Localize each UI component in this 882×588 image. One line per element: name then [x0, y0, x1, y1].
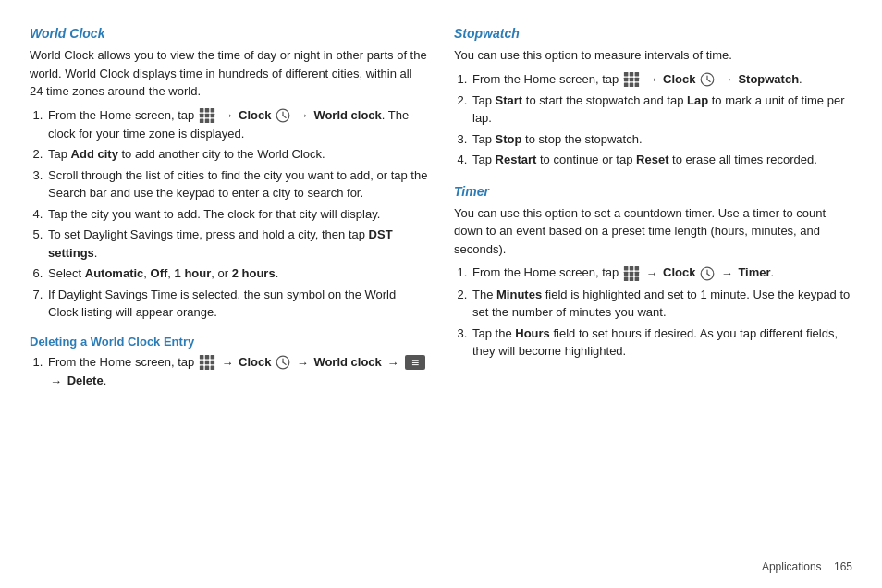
list-item: Tap Restart to continue or tap Reset to …: [471, 151, 852, 169]
svg-rect-17: [210, 361, 214, 365]
grid-icon: [623, 71, 640, 88]
list-item: The Minutes field is highlighted and set…: [471, 286, 852, 322]
list-item: Select Automatic, Off, 1 hour, or 2 hour…: [46, 264, 428, 283]
svg-rect-43: [630, 276, 634, 281]
timer-section: Timer You can use this option to set a c…: [454, 184, 852, 368]
svg-rect-27: [624, 78, 629, 82]
arrow-icon: →: [386, 354, 398, 373]
deleting-steps: From the Home screen, tap: [46, 353, 428, 391]
list-item: From the Home screen, tap: [471, 263, 852, 282]
arrow-icon: →: [50, 373, 62, 391]
arrow-icon: →: [297, 106, 309, 125]
svg-rect-15: [200, 361, 204, 365]
svg-line-35: [707, 80, 710, 81]
svg-rect-4: [205, 114, 210, 118]
arrow-icon: →: [721, 70, 733, 89]
svg-rect-12: [200, 355, 204, 360]
svg-rect-32: [634, 83, 639, 88]
stopwatch-steps: From the Home screen, tap: [471, 70, 852, 169]
svg-rect-36: [624, 266, 629, 271]
grid-icon: [199, 354, 215, 371]
svg-rect-25: [630, 72, 634, 77]
svg-rect-8: [210, 119, 214, 124]
svg-rect-39: [624, 272, 629, 276]
svg-rect-37: [630, 266, 634, 271]
svg-rect-38: [634, 266, 639, 271]
list-item: Tap Stop to stop the stopwatch.: [471, 130, 852, 149]
svg-rect-18: [200, 366, 204, 371]
world-clock-steps: From the Home screen, tap: [46, 106, 428, 322]
svg-rect-30: [624, 83, 629, 88]
list-item: Scroll through the list of cities to fin…: [46, 166, 428, 202]
svg-rect-26: [634, 72, 639, 77]
clock-icon: [700, 72, 715, 87]
deleting-title: Deleting a World Clock Entry: [30, 335, 428, 349]
svg-rect-7: [205, 119, 210, 124]
deleting-section: Deleting a World Clock Entry From the Ho…: [30, 329, 428, 398]
left-column: World Clock World Clock allows you to vi…: [30, 26, 428, 570]
svg-rect-14: [210, 355, 214, 360]
svg-rect-3: [200, 114, 204, 118]
stopwatch-section: Stopwatch You can use this option to mea…: [454, 26, 852, 177]
svg-rect-16: [205, 361, 210, 365]
world-clock-intro: World Clock allows you to view the time …: [30, 46, 428, 101]
svg-rect-44: [634, 276, 639, 281]
page-footer: Applications 165: [762, 560, 852, 573]
list-item: From the Home screen, tap: [46, 106, 428, 143]
svg-rect-24: [624, 72, 629, 77]
svg-rect-29: [634, 78, 639, 82]
timer-intro: You can use this option to set a countdo…: [454, 204, 852, 259]
list-item: If Daylight Savings Time is selected, th…: [46, 286, 428, 322]
grid-icon: [623, 265, 640, 282]
world-clock-title: World Clock: [30, 26, 428, 41]
list-item: Tap the Hours field to set hours if desi…: [471, 325, 852, 361]
arrow-icon: →: [645, 264, 657, 283]
list-item: From the Home screen, tap: [46, 353, 428, 391]
world-clock-section: World Clock World Clock allows you to vi…: [30, 26, 428, 329]
stopwatch-title: Stopwatch: [454, 26, 852, 41]
arrow-icon: →: [221, 106, 233, 125]
svg-rect-6: [200, 119, 204, 124]
page-content: World Clock World Clock allows you to vi…: [0, 0, 882, 588]
svg-rect-28: [630, 78, 634, 82]
list-item: Tap the city you want to add. The clock …: [46, 205, 428, 224]
grid-icon: [199, 107, 215, 124]
svg-rect-40: [630, 272, 634, 276]
footer-page: 165: [834, 560, 852, 573]
list-item: Tap Start to start the stopwatch and tap…: [471, 92, 852, 128]
right-column: Stopwatch You can use this option to mea…: [454, 26, 852, 570]
arrow-icon: →: [721, 264, 733, 283]
svg-line-23: [283, 362, 286, 364]
list-item: To set Daylight Savings time, press and …: [46, 226, 428, 262]
timer-title: Timer: [454, 184, 852, 199]
svg-rect-0: [200, 108, 204, 113]
arrow-icon: →: [297, 354, 309, 373]
svg-line-47: [707, 274, 710, 276]
arrow-icon: →: [645, 70, 657, 89]
clock-icon: [276, 355, 290, 370]
svg-rect-42: [624, 276, 629, 281]
footer-label: Applications: [762, 560, 822, 573]
arrow-icon: →: [221, 354, 233, 373]
svg-rect-13: [205, 355, 210, 360]
clock-icon: [276, 108, 290, 123]
svg-rect-20: [210, 366, 214, 371]
stopwatch-intro: You can use this option to measure inter…: [454, 46, 852, 65]
svg-rect-41: [634, 272, 639, 276]
menu-button-icon: [405, 355, 425, 370]
svg-line-11: [283, 116, 286, 117]
svg-rect-5: [210, 114, 214, 118]
svg-rect-2: [210, 108, 214, 113]
clock-icon: [700, 266, 715, 281]
svg-rect-1: [205, 108, 210, 113]
list-item: From the Home screen, tap: [471, 70, 852, 89]
timer-steps: From the Home screen, tap: [471, 263, 852, 360]
svg-rect-31: [630, 83, 634, 88]
list-item: Tap Add city to add another city to the …: [46, 145, 428, 164]
svg-rect-19: [205, 366, 210, 371]
